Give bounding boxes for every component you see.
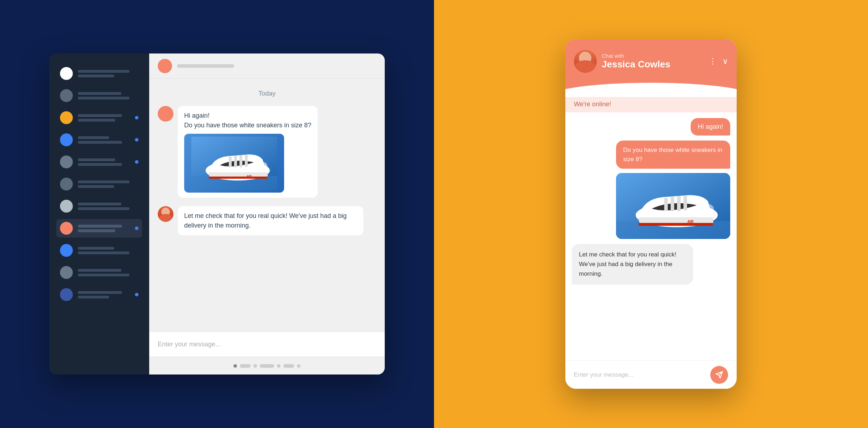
mobile-input-placeholder: Enter your message... [574, 371, 633, 378]
sidebar-item-active[interactable] [56, 219, 142, 238]
mobile-messages: Hi again! Do you have those white sneake… [565, 112, 737, 360]
sidebar-text [78, 92, 138, 100]
notification-dot [135, 226, 138, 230]
sidebar-line [78, 114, 122, 117]
mobile-header-left: Chat with Jessica Cowles [574, 50, 670, 73]
date-label: Today [158, 90, 376, 97]
sidebar-item[interactable] [56, 153, 142, 171]
svg-rect-5 [234, 156, 237, 167]
sidebar-item[interactable] [56, 108, 142, 127]
page-line [240, 364, 251, 368]
svg-rect-4 [229, 157, 232, 167]
avatar [60, 244, 73, 257]
send-icon [715, 371, 723, 379]
svg-text:AIR: AIR [687, 220, 694, 224]
contact-name: Jessica Cowles [602, 59, 670, 70]
mobile-contact-avatar [574, 50, 597, 73]
chat-messages: Today Hi again!Do you have those white s… [149, 78, 385, 332]
message-text: Let me check that for you real quick! We… [579, 251, 676, 277]
chat-input-area[interactable]: Enter your message... [149, 332, 385, 357]
sidebar-line [78, 141, 122, 144]
avatar [60, 111, 73, 124]
sidebar-item[interactable] [56, 64, 142, 83]
header-wave [565, 83, 737, 97]
notification-dot [135, 160, 138, 164]
mobile-header: Chat with Jessica Cowles ⋮ ∨ [565, 39, 737, 96]
page-dot[interactable] [253, 364, 257, 368]
mobile-header-top: Chat with Jessica Cowles ⋮ ∨ [574, 50, 728, 73]
sneaker-svg: AIR [191, 137, 277, 190]
page-dot[interactable] [297, 364, 301, 368]
sidebar-line [78, 92, 121, 95]
notification-dot [135, 293, 138, 296]
agent-message-bubble: Let me check that for you real quick! We… [178, 206, 363, 235]
message-text: Hi again!Do you have those white sneaker… [178, 106, 318, 198]
sidebar-line [78, 251, 130, 254]
page-dot[interactable] [233, 364, 237, 368]
sidebar-item[interactable] [56, 86, 142, 105]
sidebar-line [78, 225, 122, 228]
avatar [60, 67, 73, 80]
sidebar-line [78, 229, 115, 232]
header-line [177, 64, 234, 68]
sidebar-text [78, 158, 130, 166]
mobile-input-area[interactable]: Enter your message... [565, 360, 737, 389]
sidebar-text [78, 203, 138, 210]
chat-with-label: Chat with [602, 53, 670, 59]
sidebar-line [78, 291, 122, 294]
sidebar-text [78, 136, 130, 144]
avatar [60, 266, 73, 279]
svg-rect-14 [671, 197, 674, 211]
message-text: Do you have those white sneakers in size… [623, 147, 722, 163]
avatar [60, 156, 73, 168]
message-row-agent: Let me check that for you real quick! We… [158, 206, 376, 235]
sidebar-line [78, 136, 109, 139]
notification-dot [135, 138, 138, 142]
chevron-down-icon[interactable]: ∨ [722, 57, 728, 66]
sender-avatar [158, 106, 173, 122]
svg-point-18 [698, 204, 714, 214]
avatar [60, 222, 73, 235]
sidebar-line [78, 97, 130, 100]
avatar [60, 178, 73, 190]
mobile-message-bubble: Hi again! [691, 118, 730, 136]
mobile-message-group-right: Do you have those white sneakers in size… [572, 141, 730, 239]
sidebar-item[interactable] [56, 241, 142, 260]
sidebar-item[interactable] [56, 197, 142, 215]
chat-header [149, 54, 385, 78]
sidebar [49, 54, 149, 374]
sidebar-line [78, 296, 109, 299]
message-bubble: Hi again!Do you have those white sneaker… [178, 106, 318, 198]
online-status-text: We're online! [574, 101, 611, 108]
header-avatar [158, 59, 172, 73]
mobile-agent-bubble: Let me check that for you real quick! We… [572, 244, 693, 285]
page-line [260, 364, 274, 368]
mobile-sneaker-svg: AIR [616, 173, 730, 239]
sidebar-line [78, 119, 115, 122]
more-options-icon[interactable]: ⋮ [709, 57, 717, 66]
svg-rect-6 [239, 155, 242, 167]
sidebar-item[interactable] [56, 285, 142, 304]
sidebar-item[interactable] [56, 263, 142, 282]
svg-rect-13 [664, 198, 668, 211]
page-dot[interactable] [277, 364, 281, 368]
send-button[interactable] [710, 366, 728, 384]
sidebar-line [78, 158, 115, 161]
sidebar-item[interactable] [56, 131, 142, 149]
avatar [60, 288, 73, 301]
mobile-message-bubble-large: Do you have those white sneakers in size… [616, 141, 730, 169]
message-row-incoming: Hi again!Do you have those white sneaker… [158, 106, 376, 198]
right-background: Chat with Jessica Cowles ⋮ ∨ We're onlin… [434, 0, 868, 428]
sidebar-item[interactable] [56, 175, 142, 193]
online-status-bar: We're online! [565, 96, 737, 112]
sidebar-line [78, 180, 130, 183]
sidebar-text [78, 291, 130, 299]
sidebar-line [78, 269, 121, 272]
message-text: Hi again! [698, 123, 723, 130]
sidebar-line [78, 203, 121, 205]
sidebar-line [78, 185, 114, 188]
sidebar-line [78, 274, 130, 276]
svg-rect-16 [683, 196, 687, 210]
sidebar-text [78, 225, 130, 232]
header-text [177, 64, 234, 68]
